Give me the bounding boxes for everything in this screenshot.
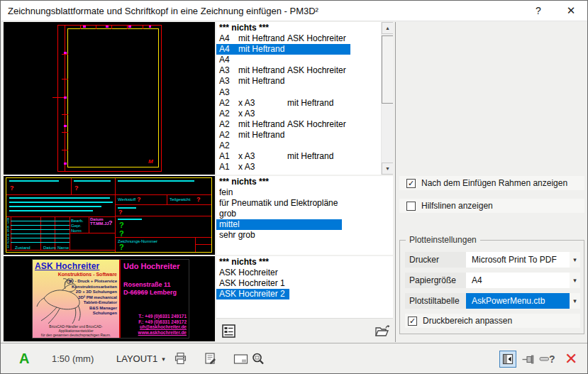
page-setup-button[interactable]	[201, 343, 219, 374]
logo-web: www.askhochreiter.de	[138, 330, 187, 336]
titlebar-help-button[interactable]: ?	[526, 1, 550, 21]
list-item[interactable]: fein	[216, 187, 342, 198]
list-item[interactable]: A4mit HeftrandASK Hochreiter	[216, 33, 350, 44]
list-item[interactable]: A2	[216, 141, 350, 151]
chevron-down-icon[interactable]: ▾	[570, 256, 580, 263]
field-werkstoff: Werkstoff	[118, 197, 135, 202]
checkbox-label: Nach dem Einfügen Rahmen anzeigen	[421, 178, 567, 188]
sheet-inner-frame	[67, 28, 159, 167]
logo-email: uh@askhochreiter.de	[138, 324, 187, 330]
titleblock-preview: 8 7 6 5 4 3 2 1 ? ? Werkstoff ? Teilgewi…	[4, 176, 215, 255]
paper-label: Papiergröße	[405, 273, 466, 288]
list-item[interactable]: A3	[216, 87, 350, 98]
zoom-preview-button[interactable]	[249, 343, 267, 374]
field-teilgewicht: Teilgewicht	[170, 197, 190, 202]
list-item[interactable]: für Pneumatik und Elektropläne	[216, 198, 342, 209]
logo-address2: D-66969 Lemberg	[123, 289, 177, 297]
list-item[interactable]: mittel	[216, 219, 342, 230]
logo-service-item: 2D + 3D Schulungen	[68, 290, 117, 295]
checkbox-fit-area[interactable]: ✓	[408, 317, 417, 326]
paper-select[interactable]: A4	[466, 273, 570, 288]
logo-tagline: Konstruktions - Software	[58, 272, 117, 277]
list-item[interactable]: A2x A3mit Heftrand	[216, 98, 350, 109]
list-item[interactable]: *** nichts ***	[216, 23, 350, 33]
format-listbox[interactable]: *** nichts *** A4mit HeftrandASK Hochrei…	[216, 22, 393, 175]
chevron-down-icon[interactable]: ▾	[570, 297, 580, 304]
layout-selector[interactable]: LAYOUT1 ▾	[116, 343, 165, 374]
list-item[interactable]: A2mit Heftrand	[216, 130, 350, 141]
titleblock-list: *** nichts *** ASK Hochreiter ASK Hochre…	[216, 256, 289, 299]
fit-area-row[interactable]: ✓ Druckbereich anpassen	[405, 314, 580, 328]
list-item[interactable]: A2mit HeftrandASK Hochreiter	[216, 119, 350, 130]
help-button[interactable]: ?	[549, 343, 555, 374]
list-item[interactable]: ASK Hochreiter	[216, 268, 289, 278]
scroll-down-button[interactable]: ▼	[382, 163, 393, 175]
option-show-guides[interactable]: Hilfslinen anzeigen	[399, 199, 584, 213]
logo-footer-line1: BricsCAD-Händler und BricsCAD-Applikatio…	[33, 324, 119, 333]
list-item[interactable]: A1x A3mit Heftrand	[216, 151, 350, 162]
checkbox-label: Hilfslinen anzeigen	[421, 201, 493, 211]
page-setup-icon	[204, 352, 217, 365]
logo-phone: T.: +49 (0)6331 249171	[138, 314, 187, 319]
close-button[interactable]: ✕	[565, 343, 577, 374]
dock-panel-icon	[501, 353, 514, 365]
printer-label: Drucker	[405, 252, 466, 268]
style-table-row: Plotstiltabelle AskPowerMenu.ctb ▾	[405, 293, 580, 309]
open-folder-icon	[375, 324, 390, 338]
logo-services-list: 3D - Druck + PlotserviceKonstruktionsarb…	[68, 279, 117, 317]
list-item[interactable]: A4mit Heftrand	[216, 44, 350, 55]
printer-row: Drucker Microsoft Print To PDF ▾	[405, 252, 580, 268]
checkbox-show-guides[interactable]	[406, 202, 416, 211]
form-icon	[221, 324, 236, 339]
logo-fax: F.: +49 (0)6331 249172	[138, 319, 187, 325]
print-button[interactable]	[171, 343, 189, 374]
list-item[interactable]: A3mit Heftrand	[216, 76, 350, 87]
style-table-select[interactable]: AskPowerMenu.ctb	[466, 293, 570, 309]
logo-service-item: Schulungen	[68, 311, 117, 317]
pin-icon	[521, 353, 536, 365]
style-table-label: Plotstiltabelle	[405, 293, 466, 309]
paper-row: Papiergröße A4 ▾	[405, 273, 580, 288]
scale-display[interactable]: 1:50 (mm)	[52, 343, 94, 374]
titlebar-close-button[interactable]: ✕	[559, 1, 583, 21]
chevron-down-icon: ▾	[162, 356, 165, 363]
annotation-toggle[interactable]: A	[19, 343, 29, 374]
list-toolbar	[216, 318, 393, 341]
list-item[interactable]: sehr grob	[216, 230, 342, 241]
vertical-divider	[395, 22, 396, 342]
checkbox-show-frame[interactable]: ✓	[406, 179, 416, 188]
scroll-up-button[interactable]: ▲	[382, 22, 393, 34]
chevron-down-icon[interactable]: ▾	[570, 277, 580, 284]
checkbox-label: Druckbereich anpassen	[423, 316, 512, 326]
printer-select[interactable]: Microsoft Print To PDF	[466, 252, 570, 268]
scrollbar-thumb[interactable]	[382, 35, 393, 104]
titlebar: Zeichnungsblattformate und Schriftkopf i…	[1, 1, 587, 21]
list-item[interactable]: grob	[216, 209, 342, 219]
titleblock-listbox[interactable]: *** nichts *** ASK Hochreiter ASK Hochre…	[216, 256, 393, 318]
logo-preview: ASK Hochreiter Konstruktions - Software	[4, 256, 215, 341]
list-item[interactable]: *** nichts ***	[216, 177, 342, 187]
scrollbar[interactable]: ▲ ▼	[381, 22, 393, 175]
list-item[interactable]: A3mit HeftrandASK Hochreiter	[216, 65, 350, 76]
list-item[interactable]: A4	[216, 55, 350, 65]
logo-service-item: 3D - Druck + Plotservice	[68, 279, 117, 285]
list-item[interactable]: A2x A3	[216, 109, 350, 119]
logo-address1: Rosenstraße 11	[123, 281, 177, 289]
paper-icon	[233, 353, 248, 365]
list-item[interactable]: ASK Hochreiter 1	[216, 278, 289, 289]
list-item[interactable]: A1x A3	[216, 162, 350, 172]
paper-space-button[interactable]	[231, 343, 250, 374]
logo-service-item: Konstruktionsarbeiten	[68, 285, 117, 290]
option-show-frame[interactable]: ✓ Nach dem Einfügen Rahmen anzeigen	[399, 176, 584, 190]
logo-service-item: Tablett-Emulator	[68, 300, 117, 306]
list-item[interactable]: ASK Hochreiter 2	[216, 289, 289, 299]
lineweight-listbox[interactable]: *** nichts *** fein für Pneumatik und El…	[216, 176, 393, 255]
logo-service-item: B&S Manager	[68, 306, 117, 312]
open-titleblock-button[interactable]	[374, 322, 391, 339]
group-title: Plotteinstellungen	[406, 235, 480, 245]
logo-contact-name: Udo Hochreiter	[123, 262, 179, 270]
edit-titleblock-button[interactable]	[220, 322, 237, 339]
logo-service-item: 3D² PM mechanical	[68, 295, 117, 301]
list-item[interactable]: *** nichts ***	[216, 257, 289, 268]
dock-toggle-button[interactable]	[499, 351, 516, 368]
